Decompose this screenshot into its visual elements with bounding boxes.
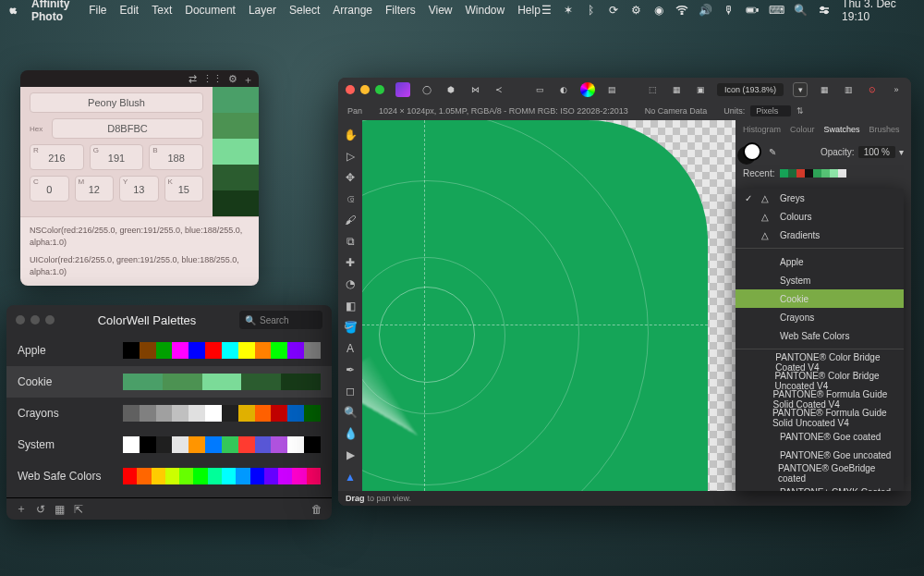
chevron-down-icon[interactable]: ▾ — [899, 147, 904, 157]
toolbar-crop-icon[interactable]: ▣ — [693, 82, 708, 97]
text-tool[interactable]: A — [342, 341, 359, 355]
swatch[interactable] — [205, 405, 222, 422]
brush-tool[interactable]: 🖌 — [342, 214, 359, 227]
swatch[interactable] — [193, 468, 207, 484]
assistant-tool[interactable]: ▲ — [342, 470, 359, 484]
control-center-icon[interactable] — [818, 4, 831, 17]
swatch[interactable] — [179, 468, 193, 484]
palette-icon[interactable]: ▦ — [55, 503, 65, 516]
eraser-tool[interactable]: ◧ — [342, 299, 359, 313]
menu-arrange[interactable]: Arrange — [333, 4, 372, 17]
persona-photo-icon[interactable]: ◯ — [419, 82, 434, 97]
recent-swatch[interactable] — [805, 169, 813, 178]
swatch[interactable] — [172, 342, 188, 359]
sync-icon[interactable]: ⟳ — [608, 4, 619, 17]
keyboard-icon[interactable]: ⌨ — [770, 4, 783, 17]
swap-icon[interactable]: ⇄ — [188, 73, 197, 84]
r-input[interactable]: R216 — [30, 144, 84, 170]
swatch[interactable] — [213, 113, 259, 139]
toolbar-color-icon[interactable] — [580, 82, 595, 97]
swatch[interactable] — [287, 342, 304, 359]
menubar-clock[interactable]: Thu 3. Dec 19:10 — [842, 0, 917, 23]
trash-button[interactable]: 🗑 — [311, 503, 322, 516]
swatch[interactable] — [278, 468, 292, 484]
undo-button[interactable]: ↺ — [36, 503, 45, 516]
pen-tool[interactable]: ✒ — [342, 362, 359, 376]
swatch[interactable] — [255, 436, 272, 453]
dots-icon[interactable]: ⋮⋮ — [202, 73, 223, 84]
toolbar-contrast-icon[interactable]: ◐ — [556, 82, 571, 97]
dropdown-item[interactable]: Web Safe Colors — [736, 326, 904, 345]
app-name[interactable]: Affinity Photo — [31, 0, 76, 23]
menu-text[interactable]: Text — [152, 4, 172, 17]
swatch[interactable] — [304, 436, 321, 453]
palette-row[interactable]: Crayons — [6, 398, 332, 429]
swatch[interactable] — [188, 342, 205, 359]
swatch-palette-dropdown[interactable]: ✓△Greys△Colours△GradientsAppleSystemCook… — [736, 189, 904, 491]
palette-row[interactable]: System — [6, 429, 332, 460]
swatch[interactable] — [156, 342, 173, 359]
swatch[interactable] — [255, 342, 272, 359]
swatch[interactable] — [163, 374, 202, 390]
zoom-tool[interactable]: 🔍 — [342, 406, 359, 420]
swatch[interactable] — [238, 342, 255, 359]
swatch[interactable] — [255, 405, 272, 422]
dropdown-item[interactable]: PANTONE+ CMYK Coated — [736, 483, 904, 491]
swatch[interactable] — [213, 87, 259, 113]
menu-layer[interactable]: Layer — [249, 4, 276, 17]
dropdown-item[interactable]: PANTONE® Color Bridge Coated V4 — [736, 353, 904, 372]
menu-filters[interactable]: Filters — [385, 4, 416, 17]
dodge-tool[interactable]: ◔ — [342, 277, 359, 291]
swatch[interactable] — [172, 436, 188, 453]
swatch[interactable] — [213, 139, 259, 165]
hand-tool[interactable]: ✋ — [342, 128, 359, 141]
tab-colour[interactable]: Colour — [790, 125, 815, 134]
tab-brushes[interactable]: Brushes — [869, 125, 900, 134]
gear-icon[interactable]: ⚙ — [228, 73, 237, 84]
c-input[interactable]: C0 — [30, 176, 69, 202]
color-name-input[interactable]: Peony Blush — [30, 92, 203, 113]
persona-develop-icon[interactable]: ⋈ — [468, 82, 482, 97]
gear-icon[interactable]: ⚙ — [630, 4, 641, 17]
move-tool[interactable]: ✥ — [342, 170, 359, 184]
crop-tool[interactable]: ⟃ — [342, 191, 359, 205]
toolbar-grid-icon[interactable]: ▦ — [817, 82, 832, 97]
swatch[interactable] — [307, 468, 321, 484]
swatch[interactable] — [140, 342, 156, 359]
persona-tone-icon[interactable]: ≺ — [492, 82, 506, 97]
recent-swatch[interactable] — [838, 169, 846, 178]
dropdown-item[interactable]: △Gradients — [736, 226, 904, 244]
menu-document[interactable]: Document — [185, 4, 236, 17]
hex-input[interactable]: D8BFBC — [52, 118, 203, 139]
swatch[interactable] — [238, 405, 255, 422]
menu-select[interactable]: Select — [289, 4, 320, 17]
swatch[interactable] — [152, 468, 165, 484]
recent-swatch[interactable] — [780, 169, 788, 178]
window-traffic-lights[interactable] — [16, 315, 55, 325]
add-palette-button[interactable]: ＋ — [16, 501, 27, 517]
palette-row[interactable]: Cookie — [6, 366, 332, 398]
swatch[interactable] — [271, 436, 287, 453]
swatch[interactable] — [304, 405, 321, 422]
toolbar-align-icon[interactable]: ▥ — [841, 82, 856, 97]
dropdown-item[interactable]: PANTONE® Goe coated — [736, 427, 904, 446]
swatch[interactable] — [222, 342, 238, 359]
swatch[interactable] — [222, 436, 238, 453]
recent-swatch[interactable] — [821, 169, 830, 178]
swatch[interactable] — [140, 436, 156, 453]
dropdown-item[interactable]: PANTONE® Color Bridge Uncoated V4 — [736, 372, 904, 390]
toolbar-fill-icon[interactable]: ▾ — [793, 82, 808, 97]
dropdown-item[interactable]: ✓△Greys — [736, 189, 904, 207]
swatch[interactable] — [241, 374, 281, 390]
swatch[interactable] — [123, 374, 163, 390]
toolbar-stack-icon[interactable]: ▤ — [604, 82, 619, 97]
zoom-dropdown[interactable]: Icon (193.8%) — [717, 83, 784, 96]
menu-help[interactable]: Help — [517, 4, 541, 17]
clone-tool[interactable]: ⧉ — [342, 235, 359, 249]
eyedropper-icon[interactable]: ✎ — [769, 147, 776, 157]
dropdown-item[interactable]: PANTONE® Goe uncoated — [736, 446, 904, 464]
y-input[interactable]: Y13 — [119, 176, 159, 202]
swatch[interactable] — [205, 342, 222, 359]
toolbar-quick-mask-icon[interactable]: ▦ — [669, 82, 684, 97]
apple-logo-icon[interactable] — [7, 4, 18, 17]
